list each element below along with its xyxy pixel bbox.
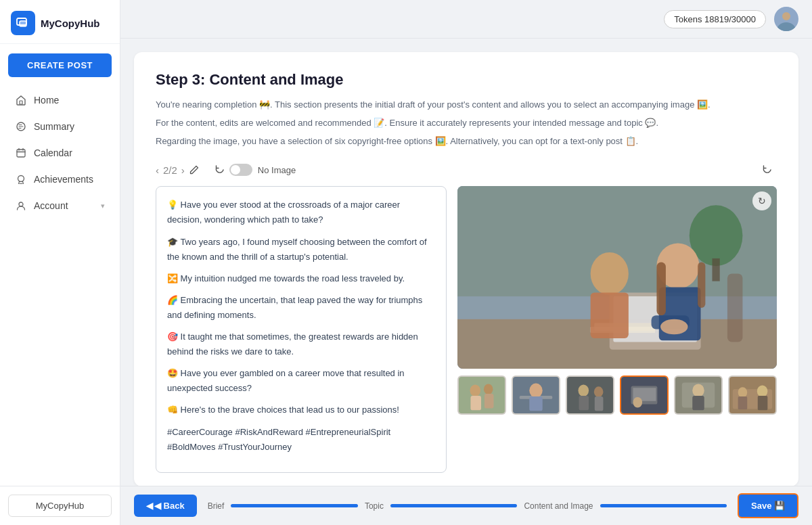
svg-rect-41 [595, 396, 604, 411]
svg-rect-23 [656, 262, 665, 316]
thumbnail-2[interactable] [512, 375, 560, 415]
topbar: Tokens 18819/30000 [120, 0, 812, 39]
svg-rect-5 [17, 150, 25, 157]
chevron-down-icon: ▾ [101, 202, 105, 210]
svg-point-45 [633, 397, 642, 408]
token-badge: Tokens 18819/30000 [664, 10, 766, 28]
calendar-icon [15, 147, 27, 159]
svg-point-6 [18, 176, 24, 182]
back-button[interactable]: ◀ ◀ Back [134, 495, 197, 517]
thumbnail-6[interactable] [728, 375, 777, 415]
main-card: Step 3: Content and Image You're nearing… [134, 52, 798, 486]
svg-rect-27 [727, 274, 742, 342]
thumbnail-4[interactable] [620, 375, 669, 415]
svg-rect-32 [484, 394, 494, 408]
thumbnail-row [457, 375, 777, 415]
sidebar-item-summary[interactable]: Summary [4, 114, 116, 139]
step-topic-bar [390, 504, 518, 507]
home-icon [15, 94, 27, 106]
save-label: Save 💾 [751, 501, 785, 511]
svg-rect-28 [459, 377, 505, 413]
calendar-label: Calendar [34, 147, 72, 158]
svg-rect-39 [579, 396, 589, 410]
sidebar-item-account[interactable]: Account ▾ [4, 193, 116, 219]
app-name: MyCopyHub [41, 18, 100, 29]
text-para-1: 💡 Have you ever stood at the crossroads … [167, 198, 435, 227]
sidebar: MyCopyHub CREATE POST Home Summary [0, 0, 120, 525]
svg-point-7 [19, 202, 23, 206]
sidebar-brand-button[interactable]: MyCopyHub [8, 495, 112, 517]
thumbnail-3[interactable] [566, 375, 614, 415]
svg-rect-37 [567, 377, 613, 413]
svg-rect-13 [712, 258, 719, 281]
no-image-toggle: No Image [229, 164, 296, 176]
svg-point-54 [757, 386, 768, 397]
svg-rect-55 [758, 396, 768, 410]
step-topic-label: Topic [365, 501, 384, 511]
svg-point-29 [470, 385, 481, 396]
svg-point-48 [692, 384, 704, 397]
svg-rect-30 [470, 396, 481, 410]
main-selected-image[interactable]: ↻ [457, 186, 777, 369]
svg-rect-36 [529, 396, 542, 411]
text-para-2: 🎓 Two years ago, I found myself choosing… [167, 235, 435, 265]
svg-rect-49 [692, 396, 704, 410]
summary-icon [15, 120, 27, 133]
content-area: Step 3: Content and Image You're nearing… [120, 39, 812, 486]
svg-point-9 [782, 12, 790, 20]
intro-line-2: For the content, edits are welcomed and … [156, 116, 777, 131]
create-post-button[interactable]: CREATE POST [8, 53, 112, 77]
text-para-4: 🌈 Embracing the uncertain, that leap pav… [167, 293, 435, 323]
avatar [774, 7, 798, 31]
logo-icon [11, 11, 35, 35]
page-indicator: 2/2 [163, 164, 177, 176]
no-image-label: No Image [258, 165, 296, 175]
step-content-bar [600, 504, 727, 507]
content-toolbar: ‹ 2/2 › [156, 160, 777, 179]
svg-point-19 [591, 252, 629, 295]
sidebar-item-achievements[interactable]: Achievements [4, 166, 116, 192]
svg-rect-20 [591, 293, 629, 338]
account-icon [15, 200, 27, 212]
image-refresh-button[interactable] [758, 160, 777, 179]
thumbnail-5[interactable] [674, 375, 723, 415]
step-title: Step 3: Content and Image [156, 71, 777, 89]
toolbar-icons [185, 160, 229, 179]
svg-point-40 [594, 387, 604, 398]
pagination: ‹ 2/2 › [156, 164, 185, 176]
prev-page-button[interactable]: ‹ [156, 164, 159, 176]
content-columns: 💡 Have you ever stood at the crossroads … [156, 186, 777, 472]
save-button[interactable]: Save 💾 [738, 493, 798, 518]
sidebar-bottom: MyCopyHub [0, 486, 120, 525]
svg-rect-3 [20, 101, 22, 104]
edit-button[interactable] [185, 160, 204, 179]
sidebar-item-calendar[interactable]: Calendar [4, 140, 116, 166]
nav-list: Home Summary Calendar [0, 84, 120, 486]
svg-point-31 [484, 384, 493, 395]
text-para-3: 🔀 My intuition nudged me towards the roa… [167, 271, 435, 286]
svg-rect-53 [738, 396, 748, 409]
step-brief-bar [231, 504, 358, 507]
sidebar-item-home[interactable]: Home [4, 87, 116, 113]
step-brief-label: Brief [208, 501, 225, 511]
text-para-5: 🎯 It taught me that sometimes, the great… [167, 329, 435, 359]
text-editor[interactable]: 💡 Have you ever stood at the crossroads … [156, 186, 447, 472]
text-para-hashtags: #CareerCourage #RiskAndReward #Entrepren… [167, 425, 435, 455]
svg-point-35 [529, 384, 542, 398]
svg-point-26 [660, 319, 687, 334]
svg-point-52 [738, 388, 748, 398]
image-panel: ↻ [457, 186, 777, 472]
achievements-label: Achievements [34, 174, 93, 185]
text-para-6: 🤩 Have you ever gambled on a career move… [167, 366, 435, 396]
refresh-button[interactable] [210, 160, 229, 179]
sidebar-logo: MyCopyHub [0, 0, 120, 44]
svg-rect-1 [20, 21, 26, 26]
toggle-switch[interactable] [229, 164, 252, 176]
main-area: Tokens 18819/30000 Step 3: Content and I… [120, 0, 812, 525]
svg-rect-24 [698, 262, 705, 308]
back-arrow-icon: ◀ [146, 501, 153, 511]
intro-line-3: Regarding the image, you have a selectio… [156, 135, 777, 149]
account-label: Account [34, 200, 68, 211]
step-indicators: Brief Topic Content and Image [208, 501, 727, 511]
thumbnail-1[interactable] [457, 375, 506, 415]
